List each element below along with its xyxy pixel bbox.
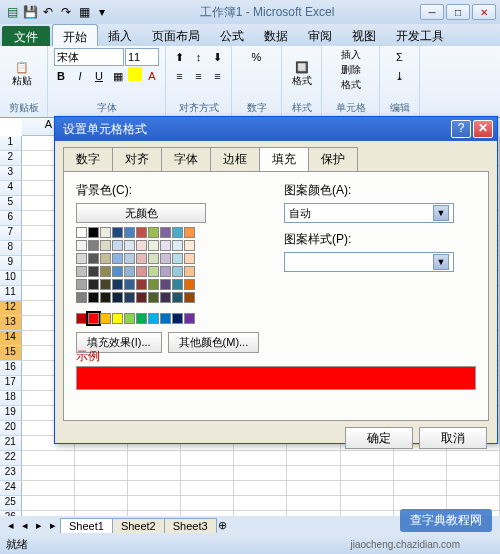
cells-format[interactable]: 格式 [341,78,361,92]
color-swatch[interactable] [160,253,171,264]
color-swatch[interactable] [160,266,171,277]
align-bot-icon[interactable]: ⬇ [209,48,227,66]
tab-formulas[interactable]: 公式 [210,24,254,46]
cell[interactable] [287,481,340,496]
cell[interactable] [341,481,394,496]
color-swatch[interactable] [124,253,135,264]
color-swatch[interactable] [88,266,99,277]
sheet-tab[interactable]: Sheet3 [164,518,217,533]
row-header[interactable]: 18 [0,391,22,406]
color-swatch[interactable] [124,279,135,290]
sheet-tab[interactable]: Sheet2 [112,518,165,533]
color-swatch[interactable] [76,292,87,303]
color-swatch[interactable] [172,227,183,238]
tab-review[interactable]: 审阅 [298,24,342,46]
color-swatch[interactable] [148,313,159,324]
cells-insert[interactable]: 插入 [341,48,361,62]
color-swatch[interactable] [76,240,87,251]
row-header[interactable]: 12 [0,301,22,316]
row-header[interactable]: 23 [0,466,22,481]
cell[interactable] [234,466,287,481]
cell[interactable] [22,466,75,481]
fill-color-button[interactable] [128,67,142,81]
color-swatch[interactable] [112,240,123,251]
color-swatch[interactable] [100,240,111,251]
color-swatch[interactable] [76,227,87,238]
color-swatch[interactable] [124,240,135,251]
paste-button[interactable]: 📋粘贴 [6,55,38,95]
cell[interactable] [341,466,394,481]
chevron-down-icon[interactable]: ▼ [433,205,449,221]
color-swatch[interactable] [136,292,147,303]
cell[interactable] [287,466,340,481]
font-name-input[interactable] [54,48,124,66]
cell[interactable] [128,466,181,481]
color-swatch[interactable] [100,227,111,238]
dlg-tab-fill[interactable]: 填充 [259,147,309,171]
row-header[interactable]: 20 [0,421,22,436]
color-swatch[interactable] [148,279,159,290]
redo-icon[interactable]: ↷ [58,4,74,20]
color-swatch[interactable] [88,313,99,324]
color-swatch[interactable] [148,253,159,264]
dialog-help-button[interactable]: ? [451,120,471,138]
cell[interactable] [394,481,447,496]
italic-button[interactable]: I [71,67,89,85]
pattern-color-combo[interactable]: 自动 ▼ [284,203,454,223]
close-button[interactable]: ✕ [472,4,496,20]
align-mid-icon[interactable]: ↕ [190,48,208,66]
more-colors-button[interactable]: 其他颜色(M)... [168,332,260,353]
cell[interactable] [341,496,394,511]
color-swatch[interactable] [136,313,147,324]
qat-more-icon[interactable]: ▾ [94,4,110,20]
row-header[interactable]: 14 [0,331,22,346]
sheet-add-icon[interactable]: ⊕ [216,519,230,532]
color-swatch[interactable] [76,253,87,264]
no-color-button[interactable]: 无颜色 [76,203,206,223]
color-swatch[interactable] [88,240,99,251]
color-swatch[interactable] [124,313,135,324]
color-swatch[interactable] [100,313,111,324]
row-header[interactable]: 6 [0,211,22,226]
color-swatch[interactable] [76,266,87,277]
dlg-tab-align[interactable]: 对齐 [112,147,162,171]
undo-icon[interactable]: ↶ [40,4,56,20]
tab-layout[interactable]: 页面布局 [142,24,210,46]
tab-data[interactable]: 数据 [254,24,298,46]
align-left-icon[interactable]: ≡ [171,67,189,85]
color-swatch[interactable] [88,292,99,303]
row-header[interactable]: 17 [0,376,22,391]
row-header[interactable]: 10 [0,271,22,286]
color-swatch[interactable] [136,266,147,277]
cancel-button[interactable]: 取消 [419,427,487,449]
sheet-tab[interactable]: Sheet1 [60,518,113,533]
cell[interactable] [181,466,234,481]
color-swatch[interactable] [112,253,123,264]
tab-view[interactable]: 视图 [342,24,386,46]
row-header[interactable]: 21 [0,436,22,451]
tab-insert[interactable]: 插入 [98,24,142,46]
color-swatch[interactable] [100,253,111,264]
color-swatch[interactable] [136,253,147,264]
color-swatch[interactable] [160,279,171,290]
cell[interactable] [128,496,181,511]
maximize-button[interactable]: □ [446,4,470,20]
align-top-icon[interactable]: ⬆ [171,48,189,66]
color-swatch[interactable] [136,240,147,251]
color-swatch[interactable] [112,292,123,303]
pattern-style-combo[interactable]: ▼ [284,252,454,272]
color-swatch[interactable] [76,279,87,290]
row-header[interactable]: 19 [0,406,22,421]
row-header[interactable]: 9 [0,256,22,271]
row-header[interactable]: 2 [0,151,22,166]
sheet-nav-next[interactable]: ▸ [32,519,46,532]
color-swatch[interactable] [100,279,111,290]
quickprint-icon[interactable]: ▦ [76,4,92,20]
color-swatch[interactable] [88,279,99,290]
sheet-nav-first[interactable]: ◂ [4,519,18,532]
color-swatch[interactable] [160,227,171,238]
color-swatch[interactable] [172,279,183,290]
color-swatch[interactable] [136,227,147,238]
tab-home[interactable]: 开始 [52,24,98,46]
cell[interactable] [128,481,181,496]
